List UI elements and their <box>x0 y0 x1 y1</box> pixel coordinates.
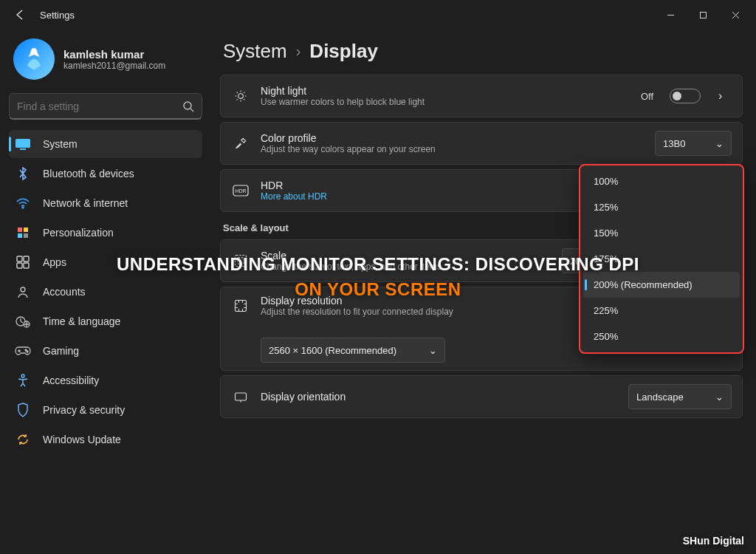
close-button[interactable] <box>719 3 752 27</box>
orientation-card[interactable]: Display orientation Landscape ⌄ <box>220 375 743 418</box>
scale-option[interactable]: 200% (Recommended) <box>583 272 740 298</box>
night-light-card[interactable]: Night light Use warmer colors to help bl… <box>220 75 743 117</box>
svg-rect-11 <box>17 263 22 268</box>
profile-email: kamlesh2011@gmail.com <box>63 61 165 71</box>
sidebar-item-accessibility[interactable]: Accessibility <box>9 366 202 394</box>
wifi-icon <box>13 196 32 211</box>
orientation-icon <box>231 389 250 404</box>
sidebar-item-accounts[interactable]: Accounts <box>9 278 202 306</box>
svg-rect-22 <box>236 256 247 267</box>
svg-point-4 <box>22 207 24 208</box>
svg-rect-8 <box>24 233 28 238</box>
night-light-title: Night light <box>261 85 630 97</box>
svg-rect-6 <box>24 228 28 232</box>
orientation-title: Display orientation <box>261 391 618 403</box>
nav-label: Gaming <box>43 345 79 357</box>
scale-option[interactable]: 250% <box>583 324 740 349</box>
chevron-down-icon: ⌄ <box>715 138 724 149</box>
night-light-toggle[interactable] <box>670 89 701 103</box>
monitor-icon <box>13 137 32 151</box>
sidebar-item-privacy-security[interactable]: Privacy & security <box>9 396 202 424</box>
nav-label: Personalization <box>43 227 114 239</box>
orientation-select[interactable]: Landscape ⌄ <box>628 384 732 409</box>
scale-option[interactable]: 125% <box>583 194 740 220</box>
scale-title: Scale <box>261 250 551 261</box>
search-box[interactable] <box>9 93 202 120</box>
sidebar-item-personalization[interactable]: Personalization <box>9 219 202 247</box>
chevron-down-icon: ⌄ <box>429 345 437 356</box>
color-profile-title: Color profile <box>261 132 645 144</box>
svg-rect-3 <box>20 148 26 150</box>
nav-label: Windows Update <box>43 434 121 445</box>
nav-label: Accessibility <box>43 375 99 386</box>
color-profile-sub: Adjust the way colors appear on your scr… <box>261 144 645 154</box>
sidebar-item-gaming[interactable]: Gaming <box>9 337 202 365</box>
profile-block[interactable]: kamlesh kumar kamlesh2011@gmail.com <box>9 30 202 89</box>
svg-point-18 <box>21 375 24 377</box>
svg-point-16 <box>25 349 27 351</box>
svg-rect-10 <box>24 256 29 261</box>
breadcrumb-leaf: Display <box>309 40 378 63</box>
search-input[interactable] <box>17 100 182 112</box>
scale-dropdown[interactable]: 100%125%150%175%200% (Recommended)225%25… <box>579 164 744 354</box>
minimize-button[interactable] <box>654 3 687 27</box>
nav-label: System <box>43 138 78 150</box>
sidebar-item-network-internet[interactable]: Network & internet <box>9 189 202 217</box>
chevron-right-icon[interactable]: › <box>718 89 732 103</box>
back-button[interactable] <box>9 4 30 25</box>
shield-icon <box>13 403 32 417</box>
svg-point-1 <box>184 102 191 109</box>
eyedropper-icon <box>231 136 250 151</box>
sidebar: kamlesh kumar kamlesh2011@gmail.com Syst… <box>0 30 211 554</box>
night-light-state: Off <box>641 91 653 102</box>
nav-label: Network & internet <box>43 197 128 209</box>
maximize-button[interactable] <box>687 3 719 27</box>
scale-option[interactable]: 175% <box>583 246 740 272</box>
breadcrumb: System › Display <box>220 30 743 75</box>
clock-globe-icon <box>13 314 32 329</box>
avatar <box>13 38 55 80</box>
update-icon <box>13 432 32 447</box>
resolution-icon <box>231 298 250 313</box>
nav-label: Time & language <box>43 315 120 327</box>
scale-option[interactable]: 100% <box>583 168 740 194</box>
sidebar-item-time-language[interactable]: Time & language <box>9 307 202 335</box>
svg-rect-7 <box>18 233 22 238</box>
color-profile-card[interactable]: Color profile Adjust the way colors appe… <box>220 122 743 165</box>
gamepad-icon <box>13 343 32 358</box>
svg-rect-2 <box>16 139 30 148</box>
watermark: SHun Digital <box>683 535 744 547</box>
scale-option[interactable]: 225% <box>583 298 740 324</box>
nav-label: Accounts <box>43 286 86 298</box>
hdr-icon: HDR <box>231 185 250 196</box>
svg-rect-12 <box>24 263 29 268</box>
profile-name: kamlesh kumar <box>63 48 165 61</box>
night-light-sub: Use warmer colors to help block blue lig… <box>261 97 630 107</box>
breadcrumb-root[interactable]: System <box>223 40 287 63</box>
color-profile-select[interactable]: 13B0 ⌄ <box>655 131 732 156</box>
scale-icon <box>231 253 250 268</box>
svg-rect-5 <box>18 228 22 232</box>
window-title: Settings <box>40 10 75 21</box>
scale-option[interactable]: 150% <box>583 220 740 246</box>
titlebar: Settings <box>0 0 756 30</box>
apps-icon <box>13 255 32 270</box>
svg-point-19 <box>238 94 244 99</box>
sidebar-item-windows-update[interactable]: Windows Update <box>9 425 202 454</box>
bluetooth-icon <box>13 166 32 181</box>
night-light-icon <box>231 89 250 103</box>
sidebar-item-apps[interactable]: Apps <box>9 248 202 276</box>
resolution-select[interactable]: 2560 × 1600 (Recommended) ⌄ <box>261 338 445 363</box>
person-icon <box>13 284 32 299</box>
chevron-right-icon: › <box>296 43 301 60</box>
main-panel: System › Display Night light Use warmer … <box>211 30 756 554</box>
sidebar-item-system[interactable]: System <box>9 130 202 158</box>
sidebar-item-bluetooth-devices[interactable]: Bluetooth & devices <box>9 160 202 188</box>
nav-label: Apps <box>43 256 66 268</box>
paint-icon <box>13 225 32 240</box>
svg-text:HDR: HDR <box>235 188 246 194</box>
svg-point-13 <box>21 287 25 292</box>
svg-rect-25 <box>236 393 247 400</box>
svg-rect-9 <box>17 256 22 261</box>
accessibility-icon <box>13 373 32 388</box>
